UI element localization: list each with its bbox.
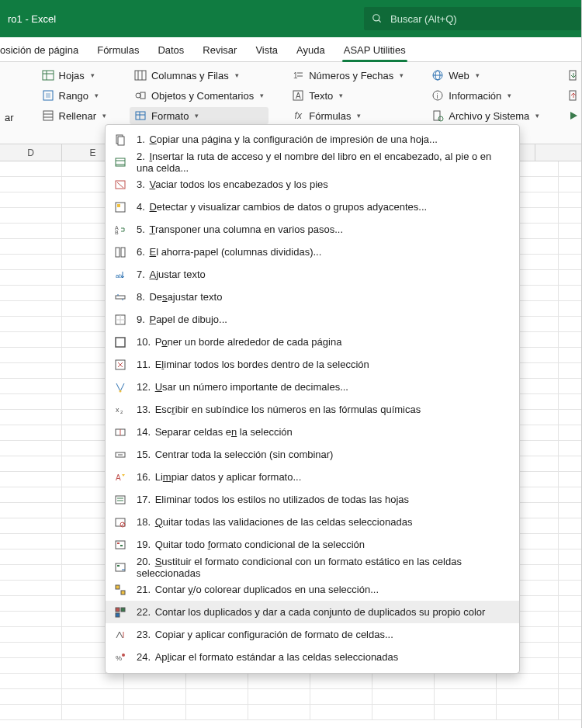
cell[interactable]: [310, 705, 372, 719]
grid-row[interactable]: [0, 705, 581, 720]
menu-item-7[interactable]: ab7. Ajustar texto: [106, 263, 519, 286]
tab-help[interactable]: Ayuda: [287, 40, 334, 61]
cell[interactable]: [372, 705, 435, 719]
menu-item-2[interactable]: 2. Insertar la ruta de acceso y el nombr…: [106, 151, 519, 173]
cell[interactable]: [372, 689, 435, 704]
cell[interactable]: [559, 363, 582, 378]
cell[interactable]: [0, 534, 62, 549]
cell[interactable]: [0, 565, 62, 580]
cell[interactable]: [559, 239, 582, 254]
cell[interactable]: [559, 549, 582, 564]
menu-item-1[interactable]: 1. Copiar una página y la configuración …: [106, 128, 519, 151]
archivo-sistema-button[interactable]: Archivo y Sistema▾: [427, 107, 544, 124]
cell[interactable]: [186, 689, 248, 704]
cell[interactable]: [559, 518, 582, 533]
cell[interactable]: [62, 674, 124, 688]
cell[interactable]: [559, 487, 582, 502]
cell[interactable]: [0, 410, 62, 425]
cell[interactable]: [559, 658, 582, 673]
menu-item-6[interactable]: 6. El ahorra-papel (columnas divididas).…: [106, 241, 519, 263]
cell[interactable]: [0, 627, 62, 642]
exportar-button[interactable]: Exportar▾: [563, 87, 582, 104]
web-button[interactable]: Web▾: [427, 67, 544, 84]
menu-item-16[interactable]: A16. Limpiar datos y aplicar formato...: [106, 466, 519, 488]
cell[interactable]: [0, 286, 62, 300]
cell[interactable]: [248, 689, 310, 704]
tab-view[interactable]: Vista: [246, 40, 287, 61]
cell[interactable]: [0, 503, 62, 518]
cell[interactable]: [559, 177, 582, 192]
cell[interactable]: [559, 286, 582, 300]
cell[interactable]: [559, 596, 582, 611]
cell[interactable]: [124, 705, 186, 719]
cell[interactable]: [0, 425, 62, 440]
inicio-button[interactable]: Inicio▾: [563, 107, 582, 124]
cell[interactable]: [0, 208, 62, 223]
texto-button[interactable]: A Texto▾: [287, 87, 408, 104]
informacion-button[interactable]: i Información▾: [427, 87, 544, 104]
formato-button[interactable]: Formato▾: [130, 107, 268, 124]
cell[interactable]: [0, 224, 62, 238]
menu-item-23[interactable]: 23. Copiar y aplicar configuración de fo…: [106, 623, 519, 646]
cell[interactable]: [559, 472, 582, 487]
cell[interactable]: [559, 161, 582, 176]
cell[interactable]: [559, 379, 582, 393]
cell[interactable]: [0, 549, 62, 564]
cell[interactable]: [559, 208, 582, 223]
cell[interactable]: [0, 255, 62, 269]
cell[interactable]: [372, 674, 435, 688]
menu-item-5[interactable]: AB5. Transponer una columna en varios pa…: [106, 218, 519, 241]
cell[interactable]: [435, 674, 497, 688]
menu-item-12[interactable]: 12. Usar un número importante de decimal…: [106, 376, 519, 398]
cell[interactable]: [0, 705, 62, 719]
cell[interactable]: [559, 534, 582, 549]
cell[interactable]: [559, 565, 582, 580]
formulas-button[interactable]: fx Fórmulas▾: [287, 107, 408, 124]
cell[interactable]: [0, 612, 62, 626]
cell[interactable]: [559, 332, 582, 347]
cell[interactable]: [497, 705, 559, 719]
cell[interactable]: [0, 332, 62, 347]
tab-formulas[interactable]: Fórmulas: [88, 40, 148, 61]
cell[interactable]: [0, 472, 62, 487]
cell[interactable]: [0, 518, 62, 533]
cell[interactable]: [310, 674, 372, 688]
cell[interactable]: [0, 487, 62, 502]
menu-item-4[interactable]: 4. Detectar y visualizar cambios de dato…: [106, 196, 519, 218]
tab-asap-utilities[interactable]: ASAP Utilities: [334, 40, 415, 61]
cell[interactable]: [0, 177, 62, 192]
cell[interactable]: [497, 674, 559, 688]
cell[interactable]: [124, 689, 186, 704]
rango-button[interactable]: Rango▾: [37, 87, 111, 104]
cell[interactable]: [0, 239, 62, 254]
cell[interactable]: [559, 456, 582, 471]
cell[interactable]: [559, 441, 582, 456]
cell[interactable]: [559, 612, 582, 626]
cell[interactable]: [497, 689, 559, 704]
objetos-comentarios-button[interactable]: Objetos y Comentarios▾: [130, 87, 268, 104]
menu-item-11[interactable]: 11. Eliminar todos los bordes dentro de …: [106, 353, 519, 376]
cell[interactable]: [559, 192, 582, 207]
numeros-fechas-button[interactable]: 1 Números y Fechas▾: [287, 67, 408, 84]
cell[interactable]: [0, 689, 62, 704]
cell[interactable]: [310, 689, 372, 704]
cell[interactable]: [248, 705, 310, 719]
cell[interactable]: [559, 581, 582, 595]
cell[interactable]: [559, 348, 582, 362]
menu-item-14[interactable]: 14. Separar celdas en la selección: [106, 421, 519, 443]
cell[interactable]: [0, 363, 62, 378]
cell[interactable]: [0, 301, 62, 316]
menu-item-9[interactable]: 9. Papel de dibujo...: [106, 308, 519, 331]
cell[interactable]: [559, 674, 582, 688]
cell[interactable]: [559, 255, 582, 269]
menu-item-22[interactable]: 22. Contar los duplicados y dar a cada c…: [106, 601, 519, 623]
cell[interactable]: [559, 224, 582, 238]
ribbon-btn-ar[interactable]: ar: [0, 110, 19, 125]
cell[interactable]: [62, 705, 124, 719]
cell[interactable]: [0, 379, 62, 393]
columnas-filas-button[interactable]: Columnas y Filas▾: [130, 67, 268, 84]
menu-item-19[interactable]: 19. Quitar todo formato condicional de l…: [106, 533, 519, 556]
rellenar-button[interactable]: Rellenar▾: [37, 107, 111, 124]
tab-data[interactable]: Datos: [148, 40, 193, 61]
cell[interactable]: [559, 643, 582, 657]
